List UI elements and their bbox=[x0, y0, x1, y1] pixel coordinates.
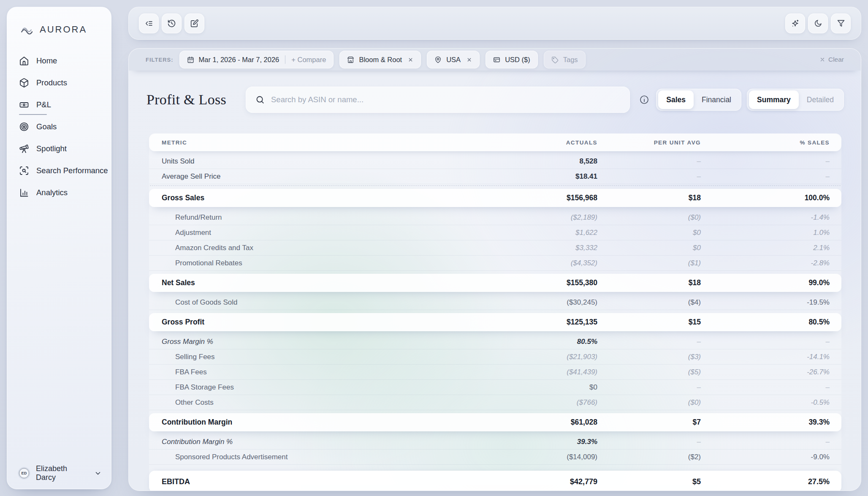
sidebar-item-analytics[interactable]: Analytics bbox=[7, 182, 111, 204]
table-rows: Units Sold8,528––Average Sell Price$18.4… bbox=[149, 151, 841, 491]
clear-filters-button[interactable]: Clear bbox=[819, 56, 844, 63]
tab-financial[interactable]: Financial bbox=[694, 90, 739, 109]
row-pct-sales-value: -19.5% bbox=[701, 298, 830, 307]
table-row: Contribution Margin$61,028$739.3% bbox=[149, 413, 841, 431]
sidebar-item-label: Products bbox=[36, 78, 67, 87]
dark-mode-button[interactable] bbox=[808, 14, 828, 33]
row-metric-label: Other Costs bbox=[149, 398, 517, 407]
table-row: Units Sold8,528–– bbox=[149, 154, 841, 169]
telescope-icon bbox=[19, 144, 29, 154]
row-per-unit-value: ($2) bbox=[597, 453, 701, 461]
sidebar-item-label: Analytics bbox=[36, 188, 68, 197]
row-metric-label: Selling Fees bbox=[149, 353, 517, 361]
date-range-filter[interactable]: Mar 1, 2026 - Mar 7, 2026 + Compare bbox=[179, 51, 334, 68]
column-header-pct-sales: % SALES bbox=[701, 139, 830, 146]
row-per-unit-value: ($3) bbox=[597, 353, 701, 361]
row-actuals-value: ($14,009) bbox=[517, 453, 597, 461]
sidebar-item-spotlight[interactable]: Spotlight bbox=[7, 138, 111, 160]
scan-search-icon bbox=[19, 166, 29, 176]
filters-bar: FILTERS: Mar 1, 2026 - Mar 7, 2026 + Com… bbox=[129, 49, 861, 71]
table-row: Adjustment$1,622$01.0% bbox=[149, 225, 841, 240]
table-row: Sponsored Products Advertisement($14,009… bbox=[149, 450, 841, 465]
row-per-unit-value: ($5) bbox=[597, 368, 701, 376]
row-actuals-value: $3,332 bbox=[517, 244, 597, 252]
row-metric-label: Cost of Goods Sold bbox=[149, 298, 517, 307]
row-per-unit-value: ($1) bbox=[597, 259, 701, 267]
date-range-label: Mar 1, 2026 - Mar 7, 2026 bbox=[199, 56, 279, 64]
clear-label: Clear bbox=[828, 56, 844, 63]
row-pct-sales-value: -26.7% bbox=[701, 368, 830, 376]
row-actuals-value: 39.3% bbox=[517, 438, 597, 446]
edit-button[interactable] bbox=[184, 14, 204, 33]
row-pct-sales-value: 99.0% bbox=[701, 278, 830, 287]
close-icon[interactable] bbox=[408, 57, 413, 63]
row-metric-label: EBITDA bbox=[149, 477, 517, 486]
toolbar-left-group bbox=[139, 14, 204, 33]
banknote-icon bbox=[19, 100, 29, 110]
search-box[interactable] bbox=[246, 87, 630, 113]
tab-summary[interactable]: Summary bbox=[749, 90, 799, 109]
ai-assistant-button[interactable] bbox=[785, 14, 805, 33]
aurora-wave-logo-icon bbox=[20, 22, 34, 37]
marketplace-filter[interactable]: Bloom & Root bbox=[339, 51, 421, 68]
country-label: USA bbox=[446, 56, 461, 64]
calendar-icon bbox=[187, 56, 194, 63]
x-icon bbox=[819, 57, 825, 63]
row-actuals-value: $155,380 bbox=[517, 278, 597, 287]
tag-icon bbox=[551, 56, 559, 63]
row-pct-sales-value: 39.3% bbox=[701, 418, 830, 427]
sidebar-item-goals[interactable]: Goals bbox=[7, 116, 111, 138]
history-icon bbox=[167, 19, 176, 28]
sidebar-item-pnl[interactable]: P&L bbox=[7, 94, 111, 116]
collapse-sidebar-button[interactable] bbox=[139, 14, 159, 33]
user-menu[interactable]: ED Elizabeth Darcy bbox=[19, 466, 102, 480]
table-row: Cost of Goods Sold($30,245)($4)-19.5% bbox=[149, 295, 841, 310]
row-pct-sales-value: 1.0% bbox=[701, 229, 830, 237]
compare-button[interactable]: + Compare bbox=[291, 56, 326, 64]
row-per-unit-value: – bbox=[597, 383, 701, 392]
sidebar-item-products[interactable]: Products bbox=[7, 72, 111, 94]
row-pct-sales-value: -1.4% bbox=[701, 213, 830, 222]
top-toolbar bbox=[128, 7, 861, 40]
row-actuals-value: $42,779 bbox=[517, 477, 597, 486]
sidebar-item-search-performance[interactable]: Search Performance bbox=[7, 160, 111, 182]
tags-filter[interactable]: Tags bbox=[544, 51, 586, 68]
currency-filter[interactable]: USD ($) bbox=[486, 51, 538, 68]
row-actuals-value: 80.5% bbox=[517, 338, 597, 346]
info-icon[interactable] bbox=[639, 95, 649, 105]
sidebar-item-home[interactable]: Home bbox=[7, 50, 111, 72]
collapse-sidebar-icon bbox=[144, 19, 153, 28]
close-icon[interactable] bbox=[467, 57, 472, 63]
history-button[interactable] bbox=[162, 14, 182, 33]
column-header-actuals: ACTUALS bbox=[517, 139, 597, 146]
sidebar: AURORA Home Products P&L Goals bbox=[7, 7, 111, 489]
table-row: Refund/Return($2,189)($0)-1.4% bbox=[149, 210, 841, 225]
row-per-unit-value: – bbox=[597, 172, 701, 181]
sparkles-icon bbox=[791, 19, 800, 28]
map-pin-icon bbox=[434, 56, 442, 63]
row-per-unit-value: $5 bbox=[597, 477, 701, 486]
row-actuals-value: ($2,189) bbox=[517, 213, 597, 222]
row-pct-sales-value: -14.1% bbox=[701, 353, 830, 361]
row-metric-label: Sponsored Products Advertisement bbox=[149, 453, 517, 461]
search-input[interactable] bbox=[271, 95, 620, 104]
sidebar-item-label: Goals bbox=[36, 122, 57, 131]
tab-detailed[interactable]: Detailed bbox=[799, 90, 842, 109]
filter-button[interactable] bbox=[831, 14, 851, 33]
table-row: FBA Storage Fees$0–– bbox=[149, 380, 841, 395]
chevron-down-icon bbox=[94, 469, 102, 477]
tab-sales[interactable]: Sales bbox=[658, 90, 694, 109]
row-per-unit-value: $7 bbox=[597, 418, 701, 427]
row-actuals-value: $61,028 bbox=[517, 418, 597, 427]
country-filter[interactable]: USA bbox=[427, 51, 480, 68]
edit-icon bbox=[190, 19, 199, 28]
table-row: FBA Fees($41,439)($5)-26.7% bbox=[149, 365, 841, 380]
row-pct-sales-value: 2.1% bbox=[701, 244, 830, 252]
row-metric-label: Amazon Credits and Tax bbox=[149, 244, 517, 252]
row-metric-label: Contribution Margin % bbox=[149, 438, 517, 446]
row-per-unit-value: – bbox=[597, 438, 701, 446]
row-pct-sales-value: – bbox=[701, 438, 830, 446]
divider bbox=[285, 55, 285, 64]
table-row: Average Sell Price$18.41–– bbox=[149, 169, 841, 184]
table-row: Promotional Rebates($4,352)($1)-2.8% bbox=[149, 256, 841, 271]
